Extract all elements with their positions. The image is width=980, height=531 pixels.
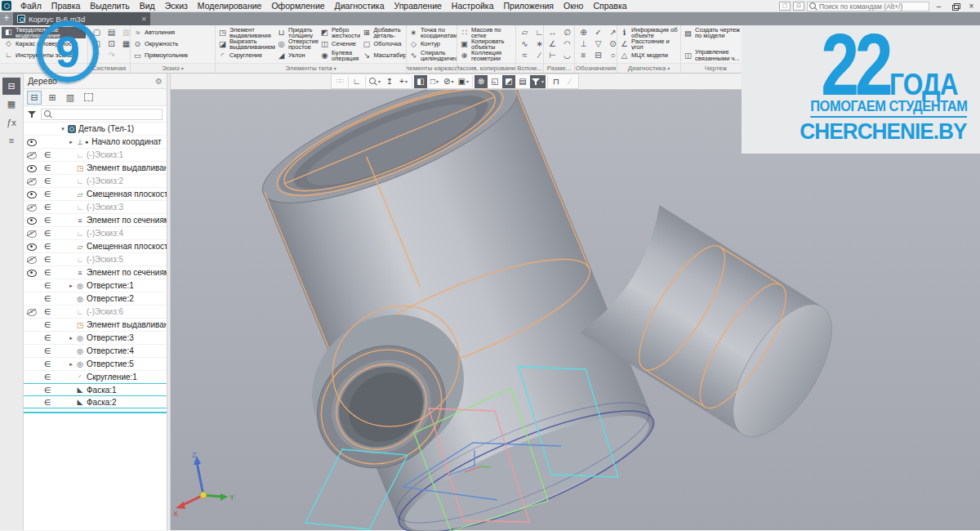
construction-point-icon[interactable]: ∗ bbox=[533, 38, 543, 49]
save-as-icon[interactable]: ▦ bbox=[120, 38, 130, 49]
screen-preview-icon[interactable]: ⊡ bbox=[793, 2, 804, 11]
group-body-elements-label[interactable]: Элементы тела▾ bbox=[216, 63, 406, 73]
boolean-button[interactable]: ◉Булева операция bbox=[320, 50, 360, 61]
polyline-icon[interactable]: ≈ bbox=[519, 50, 531, 60]
eye-visible-icon[interactable] bbox=[27, 243, 36, 250]
tree-item-9[interactable]: ∈∟(-)Эскиз:4 bbox=[24, 227, 167, 240]
gear-icon[interactable]: ⚙ bbox=[155, 77, 163, 86]
shell-button[interactable]: ▢Оболочка bbox=[362, 38, 406, 50]
tree-item-14[interactable]: ∈◎Отверстие:2 bbox=[24, 292, 167, 306]
circle-button[interactable]: ⊙Окружность bbox=[133, 38, 212, 50]
eye-visible-icon[interactable] bbox=[27, 270, 36, 276]
tree-item-10[interactable]: ∈▱Смещенная плоскость:3 bbox=[24, 240, 167, 253]
layout-icon[interactable]: ▢ bbox=[779, 2, 791, 11]
parameters-panel-icon[interactable]: ▦ bbox=[2, 96, 20, 113]
wireframe-view-icon[interactable]: □▾ bbox=[428, 75, 441, 88]
viewport-canvas[interactable]: Z X Y bbox=[171, 90, 980, 530]
triad-icon[interactable]: +▾ bbox=[397, 75, 410, 88]
perpendicularity-icon[interactable]: ⊥ bbox=[577, 38, 590, 49]
tree-item-8[interactable]: ∈≡Элемент по сечениям:1 bbox=[24, 214, 167, 227]
redo-icon[interactable]: ↷ bbox=[105, 50, 118, 60]
construction-plane-icon[interactable]: ▱ bbox=[519, 27, 531, 38]
local-cs-icon[interactable]: ∕ bbox=[533, 50, 543, 60]
preview-icon[interactable]: ⊡ bbox=[105, 38, 118, 49]
tree-item-16[interactable]: ∈◳Элемент выдавливания:3 bbox=[24, 319, 167, 332]
tree-item-18[interactable]: ∈◎Отверстие:4 bbox=[24, 345, 167, 358]
geometry-collection-button[interactable]: ⊕Коллекция геометрии bbox=[460, 50, 513, 61]
expand-icon[interactable]: ▸ bbox=[67, 361, 75, 368]
datum-symbol-icon[interactable]: ▽ bbox=[592, 38, 604, 49]
tree-item-1[interactable]: ▾Деталь (Тел-1) bbox=[24, 123, 167, 136]
group-annotations-label[interactable]: Обозначения bbox=[575, 63, 617, 73]
eye-visible-icon[interactable] bbox=[27, 139, 36, 145]
local-frame-icon[interactable]: ⊓ bbox=[550, 75, 563, 88]
tree-search-field[interactable] bbox=[41, 109, 163, 120]
scale-button[interactable]: ↘Масштабиров... bbox=[362, 50, 406, 61]
manage-linked-drawings-button[interactable]: ◫Управление связанными ч... bbox=[684, 49, 748, 61]
tree-item-20[interactable]: ∈◜Скругление:1 bbox=[24, 371, 167, 384]
minimize-button[interactable]: – bbox=[932, 1, 946, 11]
section-view-icon[interactable]: ⊗ bbox=[474, 75, 488, 88]
tree-item-19[interactable]: ∈▸◎Отверстие:5 bbox=[24, 358, 167, 371]
zoom-icon[interactable]: ▾ bbox=[368, 75, 382, 88]
radial-dimension-icon[interactable]: ◠ bbox=[561, 38, 573, 49]
group-drawing-label[interactable]: Чертеж bbox=[681, 63, 751, 73]
tree-item-2[interactable]: ▸⊥●Начало координат bbox=[24, 136, 167, 149]
group-diagnostics-label[interactable]: Диагностика▾ bbox=[617, 63, 680, 73]
menu-Справка[interactable]: Справка bbox=[588, 0, 631, 11]
angle-dimension-icon[interactable]: ∠ bbox=[546, 38, 559, 49]
command-search[interactable] bbox=[807, 1, 929, 11]
eye-visible-icon[interactable] bbox=[27, 191, 36, 198]
menu-Окно[interactable]: Окно bbox=[559, 0, 588, 11]
arc-dimension-icon[interactable]: ◡ bbox=[561, 50, 573, 60]
center-mark-icon[interactable]: ⊙ bbox=[607, 38, 617, 49]
eye-hidden-icon[interactable] bbox=[27, 178, 36, 185]
group-auxiliary-label[interactable]: Вспом... bbox=[516, 63, 543, 73]
roughness-icon[interactable]: ✓ bbox=[592, 27, 604, 38]
menu-Управление[interactable]: Управление bbox=[389, 0, 446, 11]
expand-icon[interactable]: ▸ bbox=[67, 139, 75, 145]
shaded-view-icon[interactable]: ◧ bbox=[414, 75, 427, 88]
menu-Настройка[interactable]: Настройка bbox=[447, 0, 499, 11]
group-frame-elements-label[interactable]: Элементы каркаса▾ bbox=[407, 63, 457, 73]
rib-button[interactable]: ◩Ребро жесткости bbox=[320, 27, 360, 38]
group-pattern-copy-label[interactable]: Массив, копирование bbox=[457, 63, 515, 73]
tree-select-area-icon[interactable] bbox=[81, 91, 96, 105]
create-drawing-button[interactable]: ▤Создать чертеж по модели bbox=[684, 27, 748, 39]
menu-Правка[interactable]: Правка bbox=[47, 0, 85, 11]
tree-report-icon[interactable]: ▥ bbox=[63, 91, 78, 105]
menu-Диагностика[interactable]: Диагностика bbox=[330, 0, 390, 11]
tree-panel-icon[interactable]: ⊟ bbox=[2, 78, 20, 95]
add-stock-part-button[interactable]: ⊞Добавить деталь-заготов... bbox=[362, 27, 406, 38]
menu-Файл[interactable]: Файл bbox=[16, 0, 47, 11]
restore-button[interactable] bbox=[948, 1, 962, 11]
show-planes-icon[interactable]: ∟ bbox=[350, 75, 363, 88]
diameter-dimension-icon[interactable]: ∅ bbox=[561, 27, 573, 38]
tab-close-icon[interactable]: × bbox=[141, 15, 146, 24]
menu-Эскиз[interactable]: Эскиз bbox=[160, 0, 193, 11]
eye-hidden-icon[interactable] bbox=[27, 309, 36, 315]
expand-icon[interactable]: ▸ bbox=[67, 283, 75, 289]
tree-item-11[interactable]: ∈∟(-)Эскиз:5 bbox=[24, 253, 167, 266]
clip-window-icon[interactable]: ◱ bbox=[488, 75, 501, 88]
rectangle-button[interactable]: ▭Прямоугольник bbox=[133, 50, 212, 61]
panels-menu-icon[interactable]: ≡ bbox=[2, 132, 20, 149]
tree-item-17[interactable]: ∈▸◎Отверстие:3 bbox=[24, 332, 167, 345]
close-button[interactable]: × bbox=[964, 1, 978, 11]
orientation-icon[interactable]: ↥ bbox=[383, 75, 396, 88]
tree-item-15[interactable]: ∈∟(-)Эскиз:6 bbox=[24, 306, 167, 319]
group-dimensions-label[interactable]: Разме... bbox=[544, 63, 574, 73]
linear-dimension-icon[interactable]: ↔ bbox=[546, 27, 559, 38]
autoline-button[interactable]: ≈Автолиния bbox=[133, 27, 212, 38]
menu-Вид[interactable]: Вид bbox=[135, 0, 160, 11]
filter-funnel-icon[interactable] bbox=[28, 110, 37, 118]
menu-Приложения[interactable]: Приложения bbox=[499, 0, 559, 11]
draft-button[interactable]: ◢Уклон bbox=[277, 50, 318, 61]
spiral-icon[interactable]: ∿ bbox=[519, 38, 531, 49]
tree-item-7[interactable]: ∈∟(-)Эскиз:3 bbox=[24, 201, 167, 214]
object-info-button[interactable]: ℹИнформация об объекте bbox=[620, 27, 678, 38]
eye-hidden-icon[interactable] bbox=[27, 257, 36, 263]
group-sketch-label[interactable]: Эскиз▾ bbox=[131, 63, 215, 73]
menu-Моделирование[interactable]: Моделирование bbox=[193, 0, 267, 11]
fillet-button[interactable]: ◜Скругление bbox=[218, 50, 275, 61]
